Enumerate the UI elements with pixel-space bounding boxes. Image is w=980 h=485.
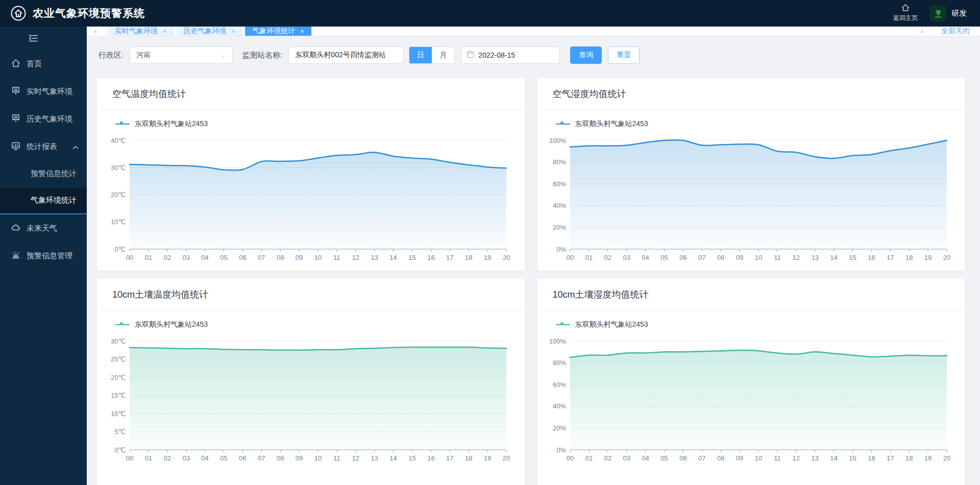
svg-text:16: 16 (427, 254, 434, 261)
chart-title: 10cm土壤温度均值统计 (112, 288, 208, 301)
svg-text:01: 01 (585, 254, 592, 261)
svg-text:20℃: 20℃ (111, 374, 126, 381)
sidebar-menu: 首页实时气象环境历史气象环境统计报表预警信息统计气象环境统计未来天气预警信息管理 (0, 50, 87, 270)
query-button[interactable]: 查询 (570, 46, 602, 64)
svg-text:08: 08 (717, 254, 724, 261)
sidebar-item[interactable]: 历史气象环境 (0, 105, 87, 133)
chart-legend-item[interactable]: 东双鹅头村气象站2453 (556, 320, 965, 330)
tab-label: 历史气象环境 (184, 27, 227, 36)
chart-panel-head: 空气温度均值统计 (97, 78, 525, 110)
svg-text:03: 03 (623, 454, 630, 462)
svg-text:19: 19 (484, 454, 491, 462)
svg-text:60%: 60% (552, 381, 566, 389)
tabs-scroll-right-button[interactable]: › (912, 27, 930, 36)
tab-item[interactable]: 实时气象环境× (108, 27, 174, 36)
svg-text:20: 20 (503, 454, 510, 462)
tab-item[interactable]: 历史气象环境× (177, 27, 243, 36)
chart-title: 10cm土壤湿度均值统计 (553, 288, 649, 301)
svg-text:02: 02 (604, 454, 611, 462)
sidebar-item-label: 首页 (27, 59, 42, 69)
sidebar-subitem-label: 预警信息统计 (31, 169, 77, 179)
sidebar-item[interactable]: 预警信息管理 (0, 242, 87, 270)
svg-text:01: 01 (585, 454, 592, 462)
month-toggle-button[interactable]: 月 (432, 47, 454, 63)
tab-item[interactable]: 气象环境统计× (245, 27, 311, 36)
svg-text:13: 13 (811, 454, 818, 462)
svg-text:00: 00 (566, 254, 573, 261)
svg-text:04: 04 (642, 254, 649, 261)
svg-text:14: 14 (389, 254, 397, 261)
svg-text:18: 18 (465, 454, 472, 462)
svg-text:03: 03 (182, 254, 189, 261)
svg-text:13: 13 (811, 254, 818, 261)
date-picker[interactable]: 2022-08-15 (461, 46, 560, 64)
tabs-scroll-left-button[interactable]: ‹ (87, 27, 105, 36)
svg-text:40%: 40% (552, 402, 566, 410)
close-all-tabs-button[interactable]: 全部关闭 (930, 27, 980, 36)
svg-text:15: 15 (408, 454, 415, 462)
caret-up-icon (72, 142, 79, 151)
menu-fold-icon[interactable] (0, 27, 87, 50)
banner-icon (11, 86, 20, 97)
legend-label: 东双鹅头村气象站2453 (135, 320, 208, 329)
tab-bar: ‹ 实时气象环境×历史气象环境×气象环境统计× › 全部关闭 (87, 27, 980, 36)
svg-text:03: 03 (623, 254, 630, 261)
svg-text:02: 02 (164, 254, 171, 261)
svg-text:17: 17 (887, 254, 894, 261)
svg-text:15: 15 (849, 254, 856, 261)
return-home-button[interactable]: 返回主页 (893, 4, 918, 22)
chart-panel: 10cm土壤温度均值统计东双鹅头村气象站24530℃5℃10℃15℃20℃25℃… (97, 279, 525, 485)
svg-text:0℃: 0℃ (114, 246, 126, 253)
sidebar-subitem[interactable]: 预警信息统计 (0, 160, 87, 187)
svg-text:25℃: 25℃ (111, 355, 126, 363)
svg-text:10: 10 (754, 454, 762, 462)
svg-text:10: 10 (314, 254, 322, 261)
tab-close-icon[interactable]: × (232, 28, 236, 35)
region-select[interactable]: 河南 ⌄ (130, 46, 233, 64)
svg-text:100%: 100% (549, 137, 566, 144)
sidebar-subitem[interactable]: 气象环境统计 (0, 187, 87, 214)
svg-text:20: 20 (943, 254, 950, 261)
svg-text:10: 10 (314, 454, 322, 462)
sidebar-item[interactable]: 未来天气 (0, 214, 87, 242)
svg-text:0℃: 0℃ (114, 446, 126, 454)
svg-text:05: 05 (220, 454, 227, 462)
svg-text:08: 08 (277, 454, 284, 462)
day-toggle-button[interactable]: 日 (409, 47, 432, 63)
sidebar-item-label: 统计报表 (27, 142, 57, 152)
svg-text:11: 11 (333, 454, 340, 462)
sidebar-item-label: 未来天气 (27, 224, 57, 233)
reset-button[interactable]: 重置 (608, 46, 640, 64)
legend-line-marker-icon (556, 124, 570, 125)
chart-canvas: 0%20%40%60%80%100%0001020304050607080910… (537, 129, 964, 263)
tab-close-icon[interactable]: × (300, 28, 304, 35)
chart-title: 空气湿度均值统计 (553, 88, 626, 100)
sidebar-item-label: 预警信息管理 (27, 251, 72, 261)
svg-text:07: 07 (258, 454, 265, 462)
station-input[interactable] (288, 46, 404, 64)
chart-legend-item[interactable]: 东双鹅头村气象站2453 (556, 119, 965, 129)
report-icon (11, 141, 20, 152)
legend-line-marker-icon (556, 324, 570, 325)
svg-text:15: 15 (849, 454, 856, 462)
svg-text:04: 04 (201, 254, 208, 261)
sidebar-item[interactable]: 实时气象环境 (0, 78, 87, 105)
svg-text:10℃: 10℃ (111, 410, 126, 418)
sidebar-item[interactable]: 统计报表 (0, 133, 87, 160)
tab-close-icon[interactable]: × (163, 28, 167, 35)
svg-text:12: 12 (352, 254, 359, 261)
chart-legend-item[interactable]: 东双鹅头村气象站2453 (115, 119, 525, 129)
svg-text:11: 11 (333, 254, 340, 261)
sidebar-item[interactable]: 首页 (0, 50, 87, 78)
chart-legend-item[interactable]: 东双鹅头村气象站2453 (115, 320, 525, 330)
svg-text:0%: 0% (556, 446, 566, 454)
chart-panel: 空气湿度均值统计东双鹅头村气象站24530%20%40%60%80%100%00… (537, 78, 965, 271)
chart-panel-head: 10cm土壤湿度均值统计 (537, 279, 965, 310)
svg-text:17: 17 (887, 454, 894, 462)
svg-text:80%: 80% (552, 359, 566, 367)
svg-text:12: 12 (792, 254, 799, 261)
calendar-icon (467, 51, 474, 60)
svg-text:18: 18 (905, 454, 912, 462)
svg-text:5℃: 5℃ (114, 428, 126, 435)
user-menu[interactable]: 研发 (930, 5, 967, 21)
